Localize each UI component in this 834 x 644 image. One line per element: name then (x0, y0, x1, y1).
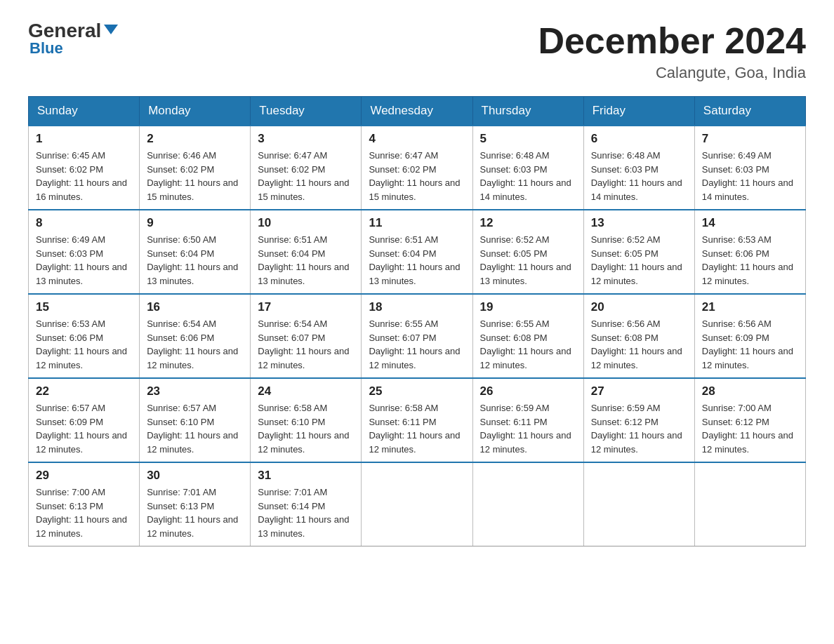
logo-general: General (28, 21, 118, 41)
day-number: 23 (147, 384, 243, 398)
day-info: Sunrise: 6:51 AMSunset: 6:04 PMDaylight:… (258, 233, 354, 288)
day-number: 15 (36, 300, 132, 314)
calendar-cell: 31Sunrise: 7:01 AMSunset: 6:14 PMDayligh… (251, 462, 362, 546)
day-info: Sunrise: 6:52 AMSunset: 6:05 PMDaylight:… (480, 233, 576, 288)
day-info: Sunrise: 6:49 AMSunset: 6:03 PMDaylight:… (36, 233, 132, 288)
day-info: Sunrise: 6:51 AMSunset: 6:04 PMDaylight:… (369, 233, 465, 288)
logo-blue: Blue (29, 39, 63, 58)
day-info: Sunrise: 6:56 AMSunset: 6:08 PMDaylight:… (591, 317, 687, 372)
day-of-week-header: Monday (140, 97, 251, 126)
main-title: December 2024 (538, 21, 806, 61)
calendar-cell: 3Sunrise: 6:47 AMSunset: 6:02 PMDaylight… (251, 126, 362, 210)
day-info: Sunrise: 6:48 AMSunset: 6:03 PMDaylight:… (591, 149, 687, 203)
calendar-cell: 24Sunrise: 6:58 AMSunset: 6:10 PMDayligh… (251, 378, 362, 462)
day-number: 26 (480, 384, 576, 398)
calendar-cell: 8Sunrise: 6:49 AMSunset: 6:03 PMDaylight… (29, 210, 140, 294)
day-of-week-header: Friday (583, 97, 694, 126)
day-number: 20 (591, 300, 687, 314)
day-of-week-header: Sunday (29, 97, 140, 126)
day-number: 28 (702, 384, 798, 398)
day-info: Sunrise: 6:54 AMSunset: 6:06 PMDaylight:… (147, 317, 243, 372)
day-info: Sunrise: 6:57 AMSunset: 6:10 PMDaylight:… (147, 401, 243, 456)
calendar-week-row: 15Sunrise: 6:53 AMSunset: 6:06 PMDayligh… (29, 294, 806, 378)
day-number: 19 (480, 300, 576, 314)
day-number: 16 (147, 300, 243, 314)
day-number: 3 (258, 132, 354, 146)
logo-triangle-icon (104, 25, 118, 34)
calendar-cell: 25Sunrise: 6:58 AMSunset: 6:11 PMDayligh… (362, 378, 472, 462)
day-number: 1 (36, 132, 132, 146)
day-info: Sunrise: 6:52 AMSunset: 6:05 PMDaylight:… (591, 233, 687, 288)
day-number: 31 (258, 469, 354, 483)
calendar-cell: 27Sunrise: 6:59 AMSunset: 6:12 PMDayligh… (583, 378, 694, 462)
calendar-week-row: 29Sunrise: 7:00 AMSunset: 6:13 PMDayligh… (29, 462, 806, 546)
day-info: Sunrise: 6:48 AMSunset: 6:03 PMDaylight:… (480, 149, 576, 203)
day-number: 24 (258, 384, 354, 398)
calendar-cell: 26Sunrise: 6:59 AMSunset: 6:11 PMDayligh… (472, 378, 583, 462)
day-number: 4 (369, 132, 465, 146)
calendar-cell: 14Sunrise: 6:53 AMSunset: 6:06 PMDayligh… (694, 210, 805, 294)
calendar-cell: 19Sunrise: 6:55 AMSunset: 6:08 PMDayligh… (472, 294, 583, 378)
calendar-cell: 12Sunrise: 6:52 AMSunset: 6:05 PMDayligh… (472, 210, 583, 294)
calendar-cell: 22Sunrise: 6:57 AMSunset: 6:09 PMDayligh… (29, 378, 140, 462)
calendar-cell: 4Sunrise: 6:47 AMSunset: 6:02 PMDaylight… (362, 126, 472, 210)
day-number: 2 (147, 132, 243, 146)
day-info: Sunrise: 7:01 AMSunset: 6:14 PMDaylight:… (258, 485, 354, 540)
calendar-cell (362, 462, 472, 546)
calendar-cell: 10Sunrise: 6:51 AMSunset: 6:04 PMDayligh… (251, 210, 362, 294)
day-number: 6 (591, 132, 687, 146)
title-section: December 2024 Calangute, Goa, India (538, 21, 806, 82)
calendar-cell: 6Sunrise: 6:48 AMSunset: 6:03 PMDaylight… (583, 126, 694, 210)
day-info: Sunrise: 7:00 AMSunset: 6:13 PMDaylight:… (36, 485, 132, 540)
day-info: Sunrise: 6:58 AMSunset: 6:10 PMDaylight:… (258, 401, 354, 456)
day-info: Sunrise: 6:47 AMSunset: 6:02 PMDaylight:… (258, 149, 354, 203)
day-number: 8 (36, 216, 132, 230)
calendar-week-row: 8Sunrise: 6:49 AMSunset: 6:03 PMDaylight… (29, 210, 806, 294)
day-info: Sunrise: 6:47 AMSunset: 6:02 PMDaylight:… (369, 149, 465, 203)
calendar-cell: 23Sunrise: 6:57 AMSunset: 6:10 PMDayligh… (140, 378, 251, 462)
day-number: 12 (480, 216, 576, 230)
day-number: 9 (147, 216, 243, 230)
calendar-cell: 30Sunrise: 7:01 AMSunset: 6:13 PMDayligh… (140, 462, 251, 546)
day-of-week-header: Saturday (694, 97, 805, 126)
day-info: Sunrise: 6:59 AMSunset: 6:12 PMDaylight:… (591, 401, 687, 456)
day-number: 25 (369, 384, 465, 398)
day-info: Sunrise: 6:54 AMSunset: 6:07 PMDaylight:… (258, 317, 354, 372)
calendar-cell: 29Sunrise: 7:00 AMSunset: 6:13 PMDayligh… (29, 462, 140, 546)
day-info: Sunrise: 6:57 AMSunset: 6:09 PMDaylight:… (36, 401, 132, 456)
calendar-cell: 28Sunrise: 7:00 AMSunset: 6:12 PMDayligh… (694, 378, 805, 462)
day-number: 27 (591, 384, 687, 398)
day-number: 29 (36, 469, 132, 483)
page-header: General Blue December 2024 Calangute, Go… (28, 21, 806, 82)
day-info: Sunrise: 6:59 AMSunset: 6:11 PMDaylight:… (480, 401, 576, 456)
calendar-cell: 13Sunrise: 6:52 AMSunset: 6:05 PMDayligh… (583, 210, 694, 294)
day-info: Sunrise: 6:50 AMSunset: 6:04 PMDaylight:… (147, 233, 243, 288)
calendar-cell: 18Sunrise: 6:55 AMSunset: 6:07 PMDayligh… (362, 294, 472, 378)
calendar-cell (583, 462, 694, 546)
day-number: 18 (369, 300, 465, 314)
calendar-cell: 15Sunrise: 6:53 AMSunset: 6:06 PMDayligh… (29, 294, 140, 378)
day-of-week-header: Wednesday (362, 97, 472, 126)
day-number: 7 (702, 132, 798, 146)
day-number: 11 (369, 216, 465, 230)
day-number: 22 (36, 384, 132, 398)
day-info: Sunrise: 7:00 AMSunset: 6:12 PMDaylight:… (702, 401, 798, 456)
day-info: Sunrise: 6:46 AMSunset: 6:02 PMDaylight:… (147, 149, 243, 203)
day-number: 30 (147, 469, 243, 483)
day-info: Sunrise: 6:55 AMSunset: 6:08 PMDaylight:… (480, 317, 576, 372)
calendar-week-row: 1Sunrise: 6:45 AMSunset: 6:02 PMDaylight… (29, 126, 806, 210)
day-info: Sunrise: 7:01 AMSunset: 6:13 PMDaylight:… (147, 485, 243, 540)
calendar-week-row: 22Sunrise: 6:57 AMSunset: 6:09 PMDayligh… (29, 378, 806, 462)
location-subtitle: Calangute, Goa, India (538, 64, 806, 82)
calendar-cell: 21Sunrise: 6:56 AMSunset: 6:09 PMDayligh… (694, 294, 805, 378)
calendar-cell: 1Sunrise: 6:45 AMSunset: 6:02 PMDaylight… (29, 126, 140, 210)
calendar-cell: 17Sunrise: 6:54 AMSunset: 6:07 PMDayligh… (251, 294, 362, 378)
day-of-week-header: Tuesday (251, 97, 362, 126)
calendar-cell: 7Sunrise: 6:49 AMSunset: 6:03 PMDaylight… (694, 126, 805, 210)
calendar-cell: 11Sunrise: 6:51 AMSunset: 6:04 PMDayligh… (362, 210, 472, 294)
calendar-table: SundayMondayTuesdayWednesdayThursdayFrid… (28, 96, 806, 546)
day-info: Sunrise: 6:45 AMSunset: 6:02 PMDaylight:… (36, 149, 132, 203)
day-number: 21 (702, 300, 798, 314)
day-info: Sunrise: 6:56 AMSunset: 6:09 PMDaylight:… (702, 317, 798, 372)
day-number: 13 (591, 216, 687, 230)
